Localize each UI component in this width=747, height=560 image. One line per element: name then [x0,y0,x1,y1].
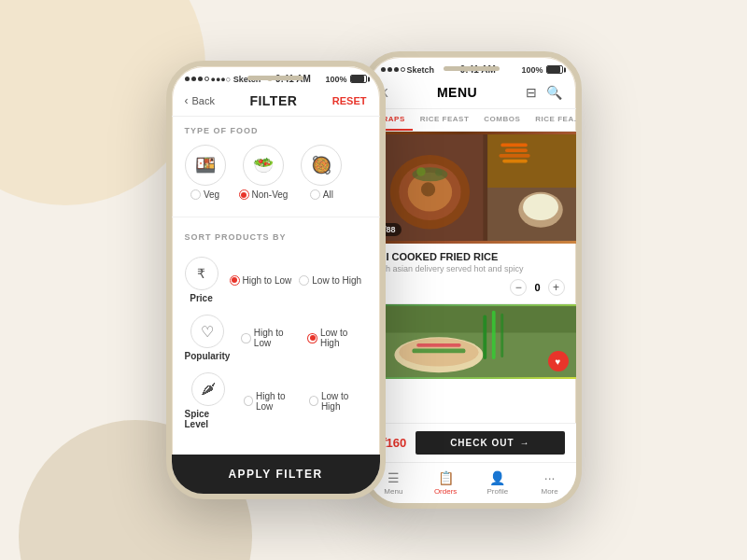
reset-button[interactable]: RESET [332,95,367,106]
veg-radio[interactable] [190,189,201,200]
rdot3 [394,67,399,72]
pop-lth-label: Low to High [320,328,367,348]
nonveg-radio[interactable] [239,189,249,200]
profile-nav-icon: 👤 [489,470,505,485]
sort-section: SORT PRODUCTS BY ₹ Price High to Low [172,223,380,441]
checkout-arrow: → [520,438,530,448]
apply-filter-button[interactable]: APPLY FILTER [172,455,380,494]
all-label: All [323,189,333,200]
price-lth-label: Low to High [312,275,361,286]
nav-profile[interactable]: 👤 Profile [472,463,524,503]
battery-fill-left [351,76,364,82]
tab-combos[interactable]: COMBOS [476,109,528,131]
battery-icon-left [350,75,367,83]
status-carrier-right: Sketch [381,65,435,75]
spice-low-to-high[interactable]: Low to High [309,391,367,412]
battery-icon-right [546,65,563,74]
more-nav-label: More [542,487,558,496]
quantity-plus[interactable]: + [548,279,565,296]
spice-high-to-low[interactable]: High to Low [244,391,302,412]
food-types-row: 🍱 Veg 🥗 Non-Veg 🥘 [185,145,367,200]
tab-rice-feast[interactable]: RICE FEAST [413,109,477,131]
filter-phone: ●●●○ Sketch 9:41 AM 100% ‹ Back FILTER R… [166,61,386,499]
food-type-label: TYPE OF FOOD [185,126,367,135]
profile-nav-label: Profile [487,487,509,496]
divider-1 [172,217,380,217]
popularity-high-to-low[interactable]: High to Low [241,328,300,348]
svg-rect-14 [502,160,528,163]
phone-notch-right [444,66,500,71]
rdot1 [381,67,386,72]
spice-lth-radio[interactable] [309,396,318,406]
rdot4 [401,67,405,72]
svg-point-16 [523,194,558,220]
filter-header: ‹ Back FILTER RESET [172,88,380,117]
price-high-to-low[interactable]: High to Low [230,275,292,286]
sort-price-row: ₹ Price High to Low Low to High [185,251,367,309]
dot2 [191,77,196,81]
filter-icon[interactable]: ⊟ [526,85,537,100]
favorite-button[interactable]: ♥ [548,351,569,371]
svg-rect-11 [500,144,527,147]
battery-pct-right: 100% [521,65,543,75]
menu-nav-icon: ☰ [388,470,400,485]
quantity-minus[interactable]: − [510,279,527,296]
spice-options: High to Low Low to High [244,391,367,412]
nonveg-label: Non-Veg [252,189,289,200]
price-icon: ₹ [185,257,218,290]
popularity-label: Popularity [185,351,231,361]
food-name: AI COOKED FRIED RICE [379,251,565,262]
checkout-button[interactable]: CHECK OUT → [416,431,564,455]
nonveg-radio-row: Non-Veg [239,189,289,200]
pop-htl-radio[interactable] [241,333,250,343]
chevron-left-icon: ‹ [185,94,189,107]
battery-pct-left: 100% [325,75,346,84]
veg-label: Veg [204,189,219,200]
menu-nav-label: Menu [384,487,402,496]
price-htl-radio[interactable] [230,275,240,286]
price-lth-radio[interactable] [299,275,309,286]
food-type-all[interactable]: 🥘 All [301,145,342,200]
food-type-nonveg[interactable]: 🥗 Non-Veg [239,145,289,200]
heart-icon: ♡ [201,323,214,341]
svg-rect-25 [500,314,503,357]
all-radio[interactable] [310,189,320,200]
back-button[interactable]: ‹ Back [185,94,215,107]
svg-point-5 [420,182,434,196]
svg-point-7 [416,167,425,175]
svg-rect-24 [491,311,495,359]
all-icon-circle: 🥘 [301,145,342,186]
veg-icon-circle: 🍱 [185,145,226,186]
pop-htl-label: High to Low [254,328,301,348]
price-htl-label: High to Low [243,275,292,286]
svg-rect-13 [499,154,529,158]
battery-fill-right [547,66,560,73]
svg-rect-21 [412,349,465,354]
orders-nav-label: Orders [434,487,457,496]
bottom-navigation: ☰ Menu 📋 Orders 👤 Profile ··· More [368,462,576,503]
nav-more[interactable]: ··· More [524,463,576,503]
spice-icon: 🌶 [191,372,225,406]
food-type-veg[interactable]: 🍱 Veg [185,145,226,200]
spice-htl-label: High to Low [256,391,302,412]
food-main-image: ₹88 [368,132,576,244]
quantity-control: − 0 + [510,279,564,296]
pop-lth-radio[interactable] [307,333,317,343]
price-options: High to Low Low to High [230,275,362,286]
rdot2 [388,67,392,72]
filter-title: FILTER [249,93,297,108]
food-image-2-svg [368,304,576,379]
spice-lth-label: Low to High [321,391,367,412]
food-actions: − 0 + [379,279,565,296]
search-icon[interactable]: 🔍 [546,85,562,100]
popularity-low-to-high[interactable]: Low to High [307,328,366,348]
dot1 [185,77,190,81]
menu-phone: Sketch 9:41 AM 100% k MENU ⊟ 🔍 WRAPS RIC… [362,51,582,509]
battery-area-left: 100% [325,75,366,84]
price-low-to-high[interactable]: Low to High [299,275,361,286]
dot3 [198,77,203,81]
popularity-options: High to Low Low to High [241,328,366,348]
spice-htl-radio[interactable] [244,396,253,406]
tab-rice-feast-2[interactable]: RICE FEA... [528,109,575,131]
nav-orders[interactable]: 📋 Orders [419,463,472,503]
